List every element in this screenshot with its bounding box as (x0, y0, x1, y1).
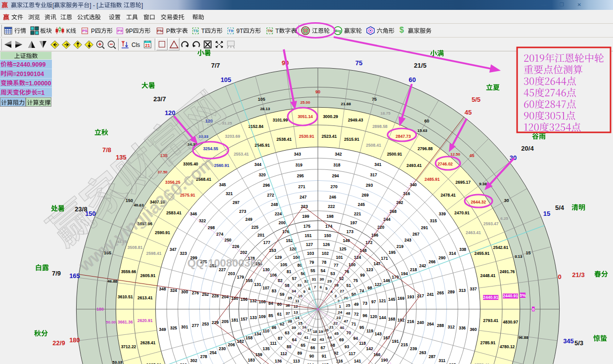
svg-text:155: 155 (246, 278, 253, 283)
svg-text:132: 132 (250, 298, 257, 303)
svg-text:5: 5 (325, 286, 328, 291)
svg-text:264: 264 (427, 322, 434, 326)
svg-text:320: 320 (259, 172, 265, 177)
svg-text:16: 16 (302, 325, 306, 329)
svg-text:55: 55 (310, 268, 315, 273)
svg-text:245: 245 (358, 202, 365, 207)
svg-text:51: 51 (347, 283, 351, 288)
svg-text:53.13: 53.13 (112, 360, 123, 364)
svg-text:93: 93 (345, 344, 350, 349)
svg-text:2785.91: 2785.91 (480, 340, 495, 345)
svg-text:297: 297 (232, 200, 239, 205)
svg-text:66: 66 (310, 345, 315, 350)
svg-text:84: 84 (268, 301, 273, 306)
svg-text:175: 175 (304, 224, 310, 229)
svg-text:75: 75 (355, 59, 362, 67)
svg-text:58: 58 (285, 283, 290, 288)
svg-text:90: 90 (309, 354, 314, 359)
svg-text:13: 13 (294, 310, 298, 315)
svg-text:P: P (166, 28, 170, 35)
svg-text:45: 45 (469, 153, 474, 158)
svg-text:317: 317 (370, 172, 377, 177)
svg-text:349: 349 (159, 327, 166, 332)
svg-text:[: [ (52, 2, 54, 9)
svg-text:277: 277 (192, 323, 199, 328)
svg-text:91: 91 (322, 354, 327, 359)
svg-text:33: 33 (297, 283, 302, 287)
svg-text:2847.73: 2847.73 (395, 134, 411, 139)
svg-text:345: 345 (563, 337, 574, 345)
svg-text:102: 102 (322, 251, 329, 256)
svg-text:] - [: ] - [ (89, 2, 98, 9)
svg-text:322: 322 (199, 218, 206, 223)
svg-text:5/4: 5/4 (555, 204, 565, 211)
svg-text:215: 215 (401, 342, 408, 347)
svg-text:21/5: 21/5 (414, 62, 426, 69)
svg-text:263: 263 (419, 350, 426, 355)
svg-text:53: 53 (330, 271, 335, 276)
svg-text:311: 311 (438, 358, 445, 363)
svg-text:37.50: 37.50 (158, 170, 168, 174)
svg-text:108: 108 (259, 299, 265, 304)
svg-text:9P: 9P (126, 28, 133, 35)
svg-text:2590.91: 2590.91 (155, 230, 170, 235)
svg-text:105: 105 (220, 76, 231, 83)
svg-text:345: 345 (219, 182, 226, 187)
svg-text:323: 323 (180, 251, 187, 256)
svg-text:218: 218 (410, 267, 417, 272)
svg-text:360: 360 (470, 327, 477, 332)
svg-text:2455.91: 2455.91 (475, 251, 490, 256)
svg-text:298: 298 (208, 225, 215, 230)
svg-text:3610.51: 3610.51 (118, 294, 133, 299)
svg-text:113: 113 (293, 359, 300, 364)
svg-text:242: 242 (419, 263, 426, 268)
svg-text:6.25: 6.25 (500, 216, 508, 221)
svg-text:266: 266 (429, 259, 436, 264)
svg-text:T: T (275, 28, 279, 35)
svg-text:3: 3 (335, 294, 337, 298)
svg-text:201: 201 (258, 233, 264, 238)
svg-text:28.13: 28.13 (260, 107, 270, 111)
svg-text:12.50: 12.50 (450, 152, 461, 157)
svg-text:313: 313 (459, 288, 466, 293)
svg-text:2530.91: 2530.91 (299, 134, 314, 139)
svg-text:30: 30 (320, 277, 324, 282)
svg-text:200: 200 (279, 220, 286, 225)
svg-text:63: 63 (285, 330, 290, 335)
svg-text:3.13: 3.13 (515, 254, 523, 259)
svg-text:346: 346 (190, 211, 197, 216)
svg-text:143: 143 (375, 331, 382, 336)
svg-text:156: 156 (241, 297, 248, 302)
svg-text:72: 72 (354, 312, 359, 317)
svg-text:37: 37 (286, 311, 290, 316)
svg-text:0: 0 (532, 307, 535, 312)
svg-text:4830.97: 4830.97 (503, 320, 518, 324)
svg-text:288: 288 (437, 323, 444, 328)
svg-text:239: 239 (410, 346, 417, 351)
svg-text:6: 6 (320, 285, 322, 289)
svg-text:2553.41: 2553.41 (234, 152, 249, 157)
svg-text:29: 29 (327, 279, 332, 283)
svg-text:194: 194 (401, 271, 408, 276)
svg-text:47: 47 (344, 319, 348, 324)
svg-text:220: 220 (377, 225, 384, 230)
svg-text:135: 135 (116, 154, 127, 161)
svg-text:249: 249 (245, 217, 252, 222)
svg-text:158: 158 (246, 335, 253, 340)
svg-text:318: 318 (333, 162, 340, 167)
svg-text:224: 224 (275, 211, 282, 216)
svg-text:105: 105 (258, 97, 265, 102)
svg-text:246: 246 (329, 195, 336, 200)
svg-text:341: 341 (374, 162, 381, 167)
svg-text:192: 192 (397, 318, 404, 323)
svg-text:120: 120 (370, 314, 377, 319)
svg-text:221: 221 (354, 211, 361, 216)
svg-text:2605.91: 2605.91 (140, 273, 156, 278)
svg-text:75: 75 (353, 278, 358, 283)
svg-text:2491.76: 2491.76 (500, 269, 515, 274)
svg-text:150: 150 (85, 210, 96, 217)
svg-text:247: 247 (300, 195, 306, 200)
svg-text:65: 65 (301, 343, 306, 348)
svg-text:79: 79 (309, 260, 314, 265)
svg-text:97: 97 (371, 299, 376, 304)
